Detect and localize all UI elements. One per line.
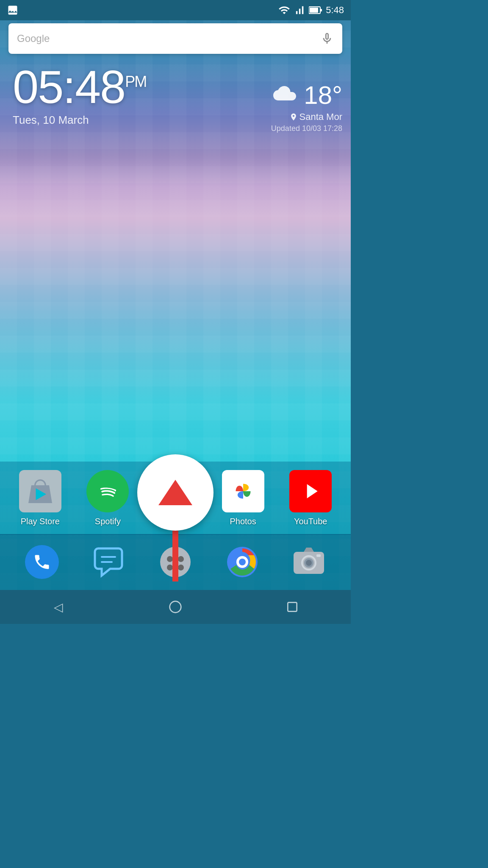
app-play-store[interactable]: Play Store [11, 470, 70, 526]
status-bar: 5:48 [0, 0, 351, 20]
dock-camera[interactable] [288, 541, 330, 583]
app-youtube[interactable]: YouTube [281, 470, 340, 526]
weather-location: Santa Mor [271, 111, 342, 122]
spotify-icon[interactable] [86, 470, 129, 512]
play-store-label: Play Store [21, 517, 60, 526]
arrow-stem [172, 531, 178, 581]
app-drawer-circle [137, 454, 214, 531]
camera-icon[interactable] [292, 545, 326, 579]
app-spotify[interactable]: Spotify [78, 470, 137, 526]
location-pin-icon [289, 113, 298, 121]
svg-point-26 [170, 601, 181, 613]
up-arrow-icon [158, 480, 192, 505]
clock-date: Tues, 10 March [13, 114, 146, 127]
dock-chrome[interactable] [221, 541, 263, 583]
photos-icon[interactable] [222, 470, 264, 512]
status-time: 5:48 [326, 5, 344, 16]
spotify-label: Spotify [95, 517, 121, 526]
signal-icon [294, 4, 305, 16]
phone-icon[interactable] [25, 545, 59, 579]
messages-icon[interactable] [92, 545, 125, 579]
photos-logo [225, 473, 261, 509]
recent-apps-button[interactable] [275, 594, 309, 620]
spotify-logo [93, 476, 122, 506]
battery-icon [309, 6, 322, 14]
dock-phone[interactable] [21, 541, 63, 583]
weather-temperature: 18° [304, 81, 342, 110]
svg-point-20 [239, 559, 246, 565]
app-drawer-container [137, 454, 214, 581]
chrome-icon[interactable] [225, 545, 259, 579]
search-bar[interactable]: Google [8, 23, 342, 54]
status-left-icons [7, 4, 19, 16]
app-photos[interactable]: Photos [214, 470, 273, 526]
play-store-icon[interactable] [19, 470, 61, 512]
nav-bar: ◁ [0, 590, 351, 624]
youtube-label: YouTube [294, 517, 327, 526]
home-circle-icon [169, 600, 182, 614]
recent-apps-icon [286, 600, 299, 614]
youtube-icon[interactable] [289, 470, 332, 512]
mic-icon[interactable] [320, 32, 334, 45]
dock-messages[interactable] [87, 541, 130, 583]
weather-updated: Updated 10/03 17:28 [271, 124, 342, 133]
svg-rect-1 [310, 8, 318, 13]
svg-rect-25 [316, 554, 321, 557]
youtube-logo [289, 470, 332, 512]
svg-point-24 [306, 560, 312, 566]
weather-widget: 18° Santa Mor Updated 10/03 17:28 [271, 81, 342, 133]
cloud-icon [272, 85, 299, 106]
home-button[interactable] [158, 594, 192, 620]
phone-handset-icon [33, 553, 51, 571]
play-store-logo [22, 473, 58, 509]
svg-rect-27 [288, 602, 297, 611]
photos-label: Photos [230, 517, 256, 526]
search-placeholder: Google [17, 33, 320, 45]
svg-rect-2 [321, 9, 322, 11]
clock-widget: 05:48PM Tues, 10 March [13, 64, 146, 127]
photo-icon [7, 4, 19, 16]
weather-temp-row: 18° [271, 81, 342, 110]
back-button[interactable]: ◁ [42, 594, 75, 620]
wifi-icon [278, 4, 290, 16]
clock-time: 05:48PM [13, 64, 146, 110]
status-right-icons: 5:48 [278, 4, 344, 16]
